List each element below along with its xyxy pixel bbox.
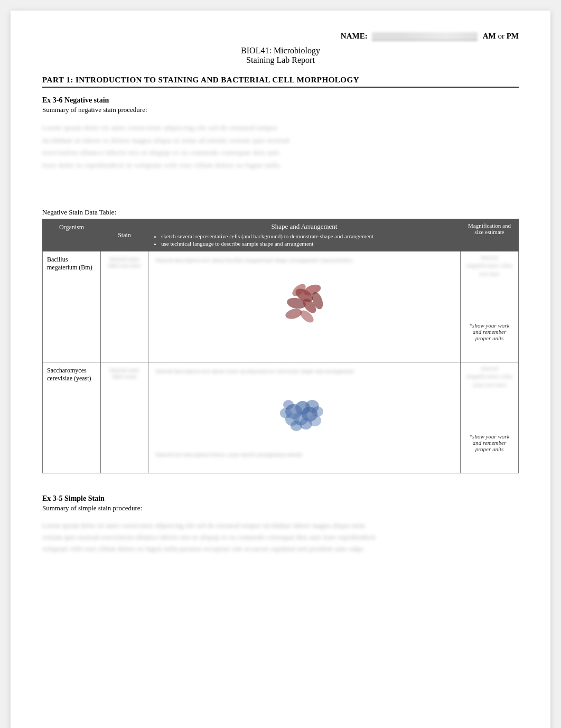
shape-bacillus-top-text: blurred description text about bacillus … <box>156 257 453 263</box>
organism-yeast: Saccharomyces cerevisiae (yeast) <box>43 362 101 473</box>
ex35-title: Ex 3-5 Simple Stain <box>42 494 519 503</box>
pm-text: PM <box>507 32 519 40</box>
shape-yeast-top-text: blurred description text about yeast sac… <box>156 368 453 374</box>
shape-bullets: sketch several representative cells (and… <box>153 233 456 247</box>
yeast-sketch <box>265 377 344 451</box>
ex35-handwritten: Lorem ipsum dolor sit amet consectetur a… <box>42 517 519 560</box>
stain-yeast: blurred stain label yeast <box>101 362 148 473</box>
shape-yeast: blurred description text about yeast sac… <box>148 362 461 473</box>
svg-point-6 <box>284 307 303 321</box>
report-title: Staining Lab Report <box>42 55 519 65</box>
ex36-section: Ex 3-6 Negative stain Summary of negativ… <box>42 96 519 176</box>
mag-label: Magnification and size estimate <box>468 222 511 235</box>
shape-bullet-2: use technical language to describe sampl… <box>161 240 456 247</box>
svg-point-17 <box>280 408 292 418</box>
col-header-stain: Stain <box>101 219 148 251</box>
hw-line-2: incididunt ut labore et dolore magna ali… <box>42 135 519 146</box>
col-header-organism: Organism <box>43 219 101 251</box>
part1-header: Part 1: INTRODUCTION TO STAINING AND BAC… <box>42 76 519 88</box>
negative-stain-table: Organism Stain Shape and Arrangement ske… <box>42 219 519 473</box>
svg-point-15 <box>291 421 302 431</box>
or-text: or <box>498 32 504 40</box>
stain-bacillus-content: blurred stain label text here <box>105 254 144 270</box>
organism-bacillus: Bacillus megaterium (Bm) <box>43 251 101 362</box>
mag-yeast: blurred magnification value yeast text h… <box>461 362 519 473</box>
am-text: AM <box>483 32 496 40</box>
title-section: BIOL41: Microbiology Staining Lab Report <box>42 46 519 65</box>
show-work-yeast: *show your work and remember proper unit… <box>465 433 514 452</box>
table-row-bacillus: Bacillus megaterium (Bm) blurred stain l… <box>43 251 519 362</box>
bacillus-sketch <box>270 266 339 340</box>
hw-line-4: irure dolor in reprehenderit in voluptat… <box>42 160 519 171</box>
col-header-magnification: Magnification and size estimate <box>461 219 519 251</box>
svg-point-18 <box>283 400 294 409</box>
bacillus-sketch-container <box>156 266 453 340</box>
ex35-subtitle: Summary of simple stain procedure: <box>42 504 519 512</box>
col-shape-label: Shape and Arrangement <box>153 222 456 231</box>
ss-hw-line-2: veniam quis nostrud exercitation ullamco… <box>42 533 519 542</box>
stain-bacillus: blurred stain label text here <box>101 251 148 362</box>
yeast-sketch-container <box>156 377 453 451</box>
name-line: NAME: AM or PM <box>42 32 519 41</box>
shape-yeast-bottom-text: blurred text description below yeast ske… <box>156 451 453 458</box>
course-title: BIOL41: Microbiology <box>42 46 519 55</box>
table-label: Negative Stain Data Table: <box>42 208 519 217</box>
table-row-yeast: Saccharomyces cerevisiae (yeast) blurred… <box>43 362 519 473</box>
am-or-pm: AM or PM <box>483 32 519 41</box>
ss-hw-line-1: Lorem ipsum dolor sit amet consectetur a… <box>42 521 519 530</box>
hw-line-3: exercitation ullamco laboris nisi ut ali… <box>42 147 519 158</box>
hw-line-1: Lorem ipsum dolor sit amet consectetur a… <box>42 123 519 133</box>
ex36-handwritten: Lorem ipsum dolor sit amet consectetur a… <box>42 118 519 176</box>
page: NAME: AM or PM BIOL41: Microbiology Stai… <box>11 11 550 728</box>
part1-heading: Part 1: INTRODUCTION TO STAINING AND BAC… <box>42 76 519 85</box>
ss-hw-line-3: voluptate velit esse cillum dolore eu fu… <box>42 544 519 554</box>
shape-bullet-1: sketch several representative cells (and… <box>161 233 456 239</box>
col-header-shape: Shape and Arrangement sketch several rep… <box>148 219 461 251</box>
mag-yeast-content: blurred magnification value yeast text h… <box>465 365 514 389</box>
mag-bacillus-content: blurred magnification value text here <box>465 254 514 278</box>
shape-bacillus: blurred description text about bacillus … <box>148 251 461 362</box>
show-work-bacillus: *show your work and remember proper unit… <box>465 322 514 341</box>
name-label: NAME: <box>341 32 368 41</box>
name-field <box>372 32 478 41</box>
ex36-subtitle: Summary of negative stain procedure: <box>42 106 519 114</box>
stain-yeast-content: blurred stain label yeast <box>105 365 144 381</box>
ex35-section: Ex 3-5 Simple Stain Summary of simple st… <box>42 494 519 560</box>
mag-bacillus: blurred magnification value text here *s… <box>461 251 519 362</box>
ex36-title: Ex 3-6 Negative stain <box>42 96 519 105</box>
svg-point-19 <box>312 406 323 417</box>
